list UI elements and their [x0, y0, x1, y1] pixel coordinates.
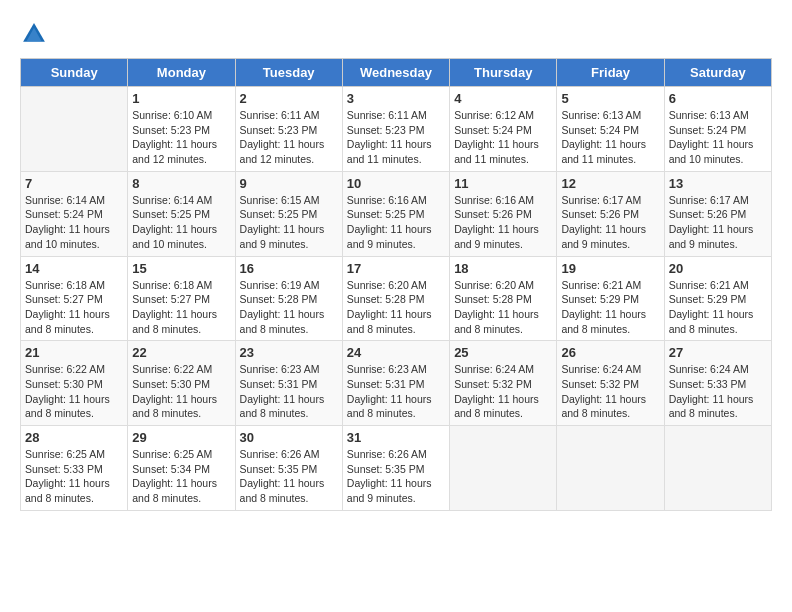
calendar-cell: 14Sunrise: 6:18 AM Sunset: 5:27 PM Dayli…	[21, 256, 128, 341]
day-number: 14	[25, 261, 123, 276]
cell-content: Sunrise: 6:13 AM Sunset: 5:24 PM Dayligh…	[561, 108, 659, 167]
cell-content: Sunrise: 6:25 AM Sunset: 5:34 PM Dayligh…	[132, 447, 230, 506]
week-row-3: 14Sunrise: 6:18 AM Sunset: 5:27 PM Dayli…	[21, 256, 772, 341]
cell-content: Sunrise: 6:22 AM Sunset: 5:30 PM Dayligh…	[132, 362, 230, 421]
day-number: 31	[347, 430, 445, 445]
day-number: 4	[454, 91, 552, 106]
calendar-cell: 23Sunrise: 6:23 AM Sunset: 5:31 PM Dayli…	[235, 341, 342, 426]
cell-content: Sunrise: 6:26 AM Sunset: 5:35 PM Dayligh…	[240, 447, 338, 506]
day-number: 9	[240, 176, 338, 191]
calendar-cell: 15Sunrise: 6:18 AM Sunset: 5:27 PM Dayli…	[128, 256, 235, 341]
calendar-cell: 11Sunrise: 6:16 AM Sunset: 5:26 PM Dayli…	[450, 171, 557, 256]
day-number: 2	[240, 91, 338, 106]
calendar-cell: 3Sunrise: 6:11 AM Sunset: 5:23 PM Daylig…	[342, 87, 449, 172]
week-row-4: 21Sunrise: 6:22 AM Sunset: 5:30 PM Dayli…	[21, 341, 772, 426]
day-number: 27	[669, 345, 767, 360]
calendar-cell: 22Sunrise: 6:22 AM Sunset: 5:30 PM Dayli…	[128, 341, 235, 426]
calendar-cell: 4Sunrise: 6:12 AM Sunset: 5:24 PM Daylig…	[450, 87, 557, 172]
calendar-cell: 12Sunrise: 6:17 AM Sunset: 5:26 PM Dayli…	[557, 171, 664, 256]
calendar-cell: 16Sunrise: 6:19 AM Sunset: 5:28 PM Dayli…	[235, 256, 342, 341]
calendar-cell: 31Sunrise: 6:26 AM Sunset: 5:35 PM Dayli…	[342, 426, 449, 511]
day-number: 28	[25, 430, 123, 445]
cell-content: Sunrise: 6:21 AM Sunset: 5:29 PM Dayligh…	[669, 278, 767, 337]
day-number: 29	[132, 430, 230, 445]
calendar-cell: 21Sunrise: 6:22 AM Sunset: 5:30 PM Dayli…	[21, 341, 128, 426]
cell-content: Sunrise: 6:23 AM Sunset: 5:31 PM Dayligh…	[347, 362, 445, 421]
day-number: 8	[132, 176, 230, 191]
calendar-cell: 7Sunrise: 6:14 AM Sunset: 5:24 PM Daylig…	[21, 171, 128, 256]
day-number: 30	[240, 430, 338, 445]
day-header-monday: Monday	[128, 59, 235, 87]
day-header-wednesday: Wednesday	[342, 59, 449, 87]
day-number: 16	[240, 261, 338, 276]
cell-content: Sunrise: 6:14 AM Sunset: 5:24 PM Dayligh…	[25, 193, 123, 252]
day-number: 6	[669, 91, 767, 106]
calendar-cell: 30Sunrise: 6:26 AM Sunset: 5:35 PM Dayli…	[235, 426, 342, 511]
day-number: 5	[561, 91, 659, 106]
calendar-cell: 5Sunrise: 6:13 AM Sunset: 5:24 PM Daylig…	[557, 87, 664, 172]
cell-content: Sunrise: 6:17 AM Sunset: 5:26 PM Dayligh…	[561, 193, 659, 252]
calendar-cell: 9Sunrise: 6:15 AM Sunset: 5:25 PM Daylig…	[235, 171, 342, 256]
cell-content: Sunrise: 6:16 AM Sunset: 5:26 PM Dayligh…	[454, 193, 552, 252]
cell-content: Sunrise: 6:13 AM Sunset: 5:24 PM Dayligh…	[669, 108, 767, 167]
cell-content: Sunrise: 6:21 AM Sunset: 5:29 PM Dayligh…	[561, 278, 659, 337]
calendar-cell: 20Sunrise: 6:21 AM Sunset: 5:29 PM Dayli…	[664, 256, 771, 341]
calendar-cell: 13Sunrise: 6:17 AM Sunset: 5:26 PM Dayli…	[664, 171, 771, 256]
day-number: 19	[561, 261, 659, 276]
calendar-cell: 24Sunrise: 6:23 AM Sunset: 5:31 PM Dayli…	[342, 341, 449, 426]
cell-content: Sunrise: 6:14 AM Sunset: 5:25 PM Dayligh…	[132, 193, 230, 252]
calendar-header: SundayMondayTuesdayWednesdayThursdayFrid…	[21, 59, 772, 87]
calendar-cell: 1Sunrise: 6:10 AM Sunset: 5:23 PM Daylig…	[128, 87, 235, 172]
cell-content: Sunrise: 6:16 AM Sunset: 5:25 PM Dayligh…	[347, 193, 445, 252]
calendar-cell: 18Sunrise: 6:20 AM Sunset: 5:28 PM Dayli…	[450, 256, 557, 341]
day-number: 11	[454, 176, 552, 191]
cell-content: Sunrise: 6:19 AM Sunset: 5:28 PM Dayligh…	[240, 278, 338, 337]
day-number: 25	[454, 345, 552, 360]
cell-content: Sunrise: 6:10 AM Sunset: 5:23 PM Dayligh…	[132, 108, 230, 167]
logo	[20, 20, 52, 48]
calendar-cell: 25Sunrise: 6:24 AM Sunset: 5:32 PM Dayli…	[450, 341, 557, 426]
cell-content: Sunrise: 6:11 AM Sunset: 5:23 PM Dayligh…	[240, 108, 338, 167]
day-header-thursday: Thursday	[450, 59, 557, 87]
cell-content: Sunrise: 6:24 AM Sunset: 5:32 PM Dayligh…	[454, 362, 552, 421]
cell-content: Sunrise: 6:11 AM Sunset: 5:23 PM Dayligh…	[347, 108, 445, 167]
calendar-cell: 26Sunrise: 6:24 AM Sunset: 5:32 PM Dayli…	[557, 341, 664, 426]
day-number: 12	[561, 176, 659, 191]
cell-content: Sunrise: 6:15 AM Sunset: 5:25 PM Dayligh…	[240, 193, 338, 252]
calendar-cell	[664, 426, 771, 511]
day-number: 22	[132, 345, 230, 360]
day-number: 3	[347, 91, 445, 106]
day-number: 21	[25, 345, 123, 360]
calendar-cell: 6Sunrise: 6:13 AM Sunset: 5:24 PM Daylig…	[664, 87, 771, 172]
cell-content: Sunrise: 6:26 AM Sunset: 5:35 PM Dayligh…	[347, 447, 445, 506]
day-number: 23	[240, 345, 338, 360]
cell-content: Sunrise: 6:18 AM Sunset: 5:27 PM Dayligh…	[25, 278, 123, 337]
calendar-cell: 28Sunrise: 6:25 AM Sunset: 5:33 PM Dayli…	[21, 426, 128, 511]
calendar-body: 1Sunrise: 6:10 AM Sunset: 5:23 PM Daylig…	[21, 87, 772, 511]
day-number: 24	[347, 345, 445, 360]
day-number: 7	[25, 176, 123, 191]
cell-content: Sunrise: 6:22 AM Sunset: 5:30 PM Dayligh…	[25, 362, 123, 421]
calendar-cell: 29Sunrise: 6:25 AM Sunset: 5:34 PM Dayli…	[128, 426, 235, 511]
day-header-tuesday: Tuesday	[235, 59, 342, 87]
day-number: 15	[132, 261, 230, 276]
calendar-cell: 27Sunrise: 6:24 AM Sunset: 5:33 PM Dayli…	[664, 341, 771, 426]
cell-content: Sunrise: 6:20 AM Sunset: 5:28 PM Dayligh…	[454, 278, 552, 337]
calendar-cell: 10Sunrise: 6:16 AM Sunset: 5:25 PM Dayli…	[342, 171, 449, 256]
day-header-friday: Friday	[557, 59, 664, 87]
calendar-cell: 8Sunrise: 6:14 AM Sunset: 5:25 PM Daylig…	[128, 171, 235, 256]
week-row-5: 28Sunrise: 6:25 AM Sunset: 5:33 PM Dayli…	[21, 426, 772, 511]
day-number: 20	[669, 261, 767, 276]
calendar-cell	[557, 426, 664, 511]
day-number: 1	[132, 91, 230, 106]
calendar-table: SundayMondayTuesdayWednesdayThursdayFrid…	[20, 58, 772, 511]
calendar-cell	[21, 87, 128, 172]
day-number: 26	[561, 345, 659, 360]
calendar-cell: 19Sunrise: 6:21 AM Sunset: 5:29 PM Dayli…	[557, 256, 664, 341]
cell-content: Sunrise: 6:18 AM Sunset: 5:27 PM Dayligh…	[132, 278, 230, 337]
calendar-cell	[450, 426, 557, 511]
day-number: 18	[454, 261, 552, 276]
cell-content: Sunrise: 6:24 AM Sunset: 5:33 PM Dayligh…	[669, 362, 767, 421]
day-number: 13	[669, 176, 767, 191]
logo-icon	[20, 20, 48, 48]
